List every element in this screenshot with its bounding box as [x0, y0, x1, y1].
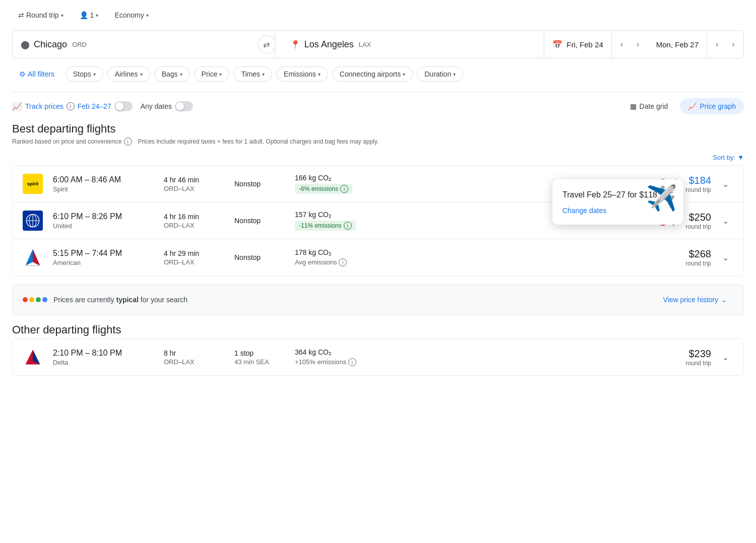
- bags-filter-button[interactable]: Bags ▾: [154, 66, 190, 82]
- swap-button[interactable]: ⇄: [258, 35, 276, 53]
- emissions-info-icon[interactable]: i: [344, 222, 352, 230]
- flight-emissions-section: 157 kg CO₂ -11% emissions i: [295, 211, 386, 231]
- return-date: Mon, Feb 27: [656, 40, 699, 49]
- flight-time-section: 6:10 PM – 8:26 PM United: [53, 212, 154, 230]
- price-label: Price: [202, 70, 218, 78]
- date-grid-label: Date grid: [640, 102, 668, 110]
- date-grid-button[interactable]: ▦ Date grid: [622, 98, 676, 114]
- flight-stops: Nonstop: [234, 253, 285, 261]
- origin-field[interactable]: ⬤ Chicago ORD ⇄: [13, 31, 275, 58]
- flight-duration-section: 4 hr 29 min ORD–LAX: [164, 249, 224, 266]
- expand-button[interactable]: ⌄: [717, 249, 733, 265]
- times-chevron: ▾: [262, 72, 265, 77]
- stops-filter-button[interactable]: Stops ▾: [66, 66, 103, 82]
- destination-field[interactable]: 📍 Los Angeles LAX: [275, 31, 544, 58]
- price-dot-yellow: [29, 297, 34, 302]
- spirit-logo: spirit: [23, 174, 43, 194]
- bags-chevron: ▾: [180, 72, 182, 77]
- calendar-icon: 📅: [552, 40, 562, 49]
- trip-type-chevron: ▾: [61, 13, 64, 18]
- track-prices-label: Track prices: [25, 102, 64, 110]
- duration-label: Duration: [424, 70, 451, 78]
- prices-note: Prices include required taxes + fees for…: [138, 138, 379, 145]
- price-text-before: Prices are currently: [53, 296, 114, 304]
- svg-marker-5: [33, 249, 40, 265]
- emissions-filter-button[interactable]: Emissions ▾: [276, 66, 328, 82]
- price-banner: Prices are currently typical for your se…: [12, 284, 744, 315]
- american-airlines-logo: [23, 247, 43, 267]
- connecting-airports-filter-button[interactable]: Connecting airports ▾: [332, 66, 413, 82]
- return-date-field[interactable]: Mon, Feb 27: [648, 31, 707, 58]
- flight-price: $250: [685, 212, 711, 223]
- table-row[interactable]: 5:15 PM – 7:44 PM American 4 hr 29 min O…: [13, 239, 743, 276]
- swap-icon: ⇄: [18, 11, 24, 19]
- times-filter-button[interactable]: Times ▾: [233, 66, 272, 82]
- flight-stops: Nonstop: [234, 217, 285, 225]
- flight-time: 6:00 AM – 8:46 AM: [53, 175, 154, 184]
- trip-type-button[interactable]: ⇄ Round trip ▾: [12, 8, 70, 22]
- expand-button[interactable]: ⌄: [717, 213, 733, 229]
- origin-city: Chicago: [34, 39, 67, 50]
- flight-price: $268: [685, 248, 711, 260]
- emissions-info-icon[interactable]: i: [339, 258, 347, 266]
- cabin-class-button[interactable]: Economy ▾: [108, 8, 154, 22]
- connecting-airports-label: Connecting airports: [340, 70, 401, 78]
- flight-time-section: 2:10 PM – 8:10 PM Delta: [53, 349, 154, 366]
- flight-price-sub: round trip: [685, 223, 711, 230]
- sort-button[interactable]: ▼: [737, 154, 744, 161]
- price-graph-icon: 📈: [688, 102, 697, 110]
- duration-filter-button[interactable]: Duration ▾: [417, 66, 463, 82]
- best-flights-subtitle: Ranked based on price and convenience i …: [12, 138, 744, 146]
- price-filter-button[interactable]: Price ▾: [194, 66, 230, 82]
- bags-label: Bags: [162, 70, 178, 78]
- all-filters-button[interactable]: ⚙ All filters: [12, 67, 61, 81]
- tooltip-illustration: ✈️: [646, 183, 677, 213]
- depart-prev-button[interactable]: ‹: [614, 36, 630, 52]
- any-dates-toggle[interactable]: [175, 101, 193, 111]
- airlines-label: Airlines: [115, 70, 138, 78]
- flight-duration: 4 hr 16 min: [164, 213, 224, 221]
- price-banner-left: Prices are currently typical for your se…: [23, 296, 187, 304]
- price-dot-green: [36, 297, 41, 302]
- best-flights-section: Best departing flights Ranked based on p…: [12, 122, 744, 146]
- table-row[interactable]: 2:10 PM – 8:10 PM Delta 8 hr ORD–LAX 1 s…: [13, 339, 743, 375]
- price-dot-blue: [42, 297, 47, 302]
- price-graph-button[interactable]: 📈 Price graph: [680, 98, 744, 114]
- track-date-range: Feb 24–27: [78, 102, 111, 110]
- search-options-bar: ⇄ Round trip ▾ 👤 1 ▾ Economy ▾: [12, 8, 744, 22]
- cabin-class-label: Economy: [114, 11, 144, 19]
- emissions-info-icon[interactable]: i: [348, 358, 356, 366]
- sort-by-section: Sort by: ▼: [12, 154, 744, 161]
- flight-emissions-section: 178 kg CO₂ Avg emissions i: [295, 248, 386, 267]
- trending-icon: 📈: [12, 102, 22, 111]
- flight-duration: 8 hr: [164, 349, 224, 357]
- expand-button[interactable]: ⌄: [717, 349, 733, 365]
- passengers-button[interactable]: 👤 1 ▾: [74, 8, 105, 22]
- other-flights-container: 2:10 PM – 8:10 PM Delta 8 hr ORD–LAX 1 s…: [12, 338, 744, 376]
- depart-date-field[interactable]: 📅 Fri, Feb 24: [544, 31, 611, 58]
- view-price-history-button[interactable]: View price history ⌄: [657, 293, 733, 307]
- flight-route: ORD–LAX: [164, 358, 224, 366]
- airlines-filter-button[interactable]: Airlines ▾: [107, 66, 150, 82]
- flight-price-section: $268 round trip ⌄: [685, 248, 733, 267]
- date-section: 📅 Fri, Feb 24 ‹ › Mon, Feb 27 ‹ ›: [544, 31, 743, 58]
- change-dates-link[interactable]: Change dates: [562, 207, 606, 215]
- track-prices-bar: 📈 Track prices i Feb 24–27 Any dates ▦ D…: [12, 98, 744, 114]
- depart-next-button[interactable]: ›: [630, 36, 646, 52]
- cabin-class-chevron: ▾: [146, 13, 149, 18]
- flight-duration-section: 4 hr 46 min ORD–LAX: [164, 176, 224, 192]
- origin-code: ORD: [72, 41, 87, 48]
- emissions-avg: +105% emissions i: [295, 358, 386, 367]
- emissions-value: 166 kg CO₂: [295, 174, 386, 182]
- return-prev-button[interactable]: ‹: [709, 36, 725, 52]
- expand-button[interactable]: ⌄: [717, 176, 733, 192]
- emissions-info-icon[interactable]: i: [340, 185, 348, 193]
- trip-type-label: Round trip: [26, 11, 59, 19]
- track-info-icon[interactable]: i: [67, 102, 75, 110]
- subtitle-info-icon[interactable]: i: [124, 138, 132, 146]
- price-chevron: ▾: [219, 72, 222, 77]
- track-prices-toggle[interactable]: [114, 101, 133, 111]
- delta-logo: [23, 347, 43, 367]
- return-next-button[interactable]: ›: [725, 36, 741, 52]
- flight-stops-section: Nonstop: [234, 217, 285, 225]
